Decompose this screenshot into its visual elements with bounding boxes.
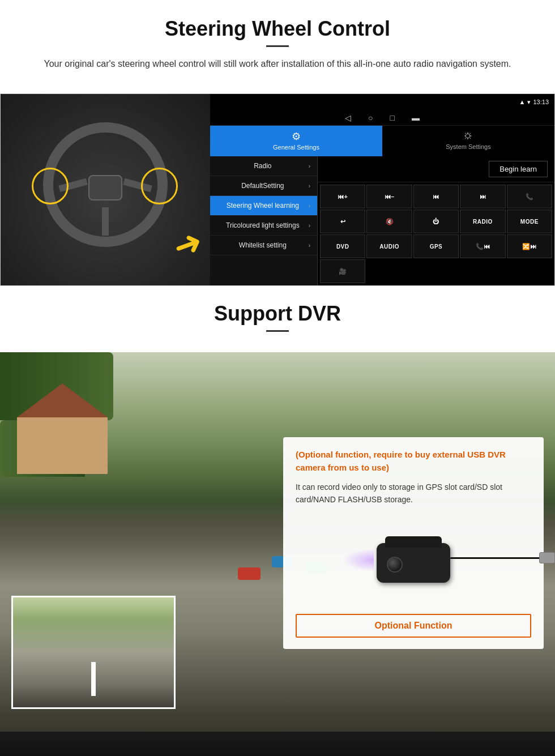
sw-highlight-left bbox=[32, 168, 69, 204]
dvr-optional-text: (Optional function, require to buy exter… bbox=[296, 449, 531, 474]
settings-tabs: ⚙ General Settings ⛭ System Settings bbox=[210, 126, 554, 156]
menu-item-radio[interactable]: Radio › bbox=[210, 156, 317, 176]
settings-right-panel: Begin learn ⏮+ ⏮– ⏮ ⏭ 📞 ↩ 🔇 ⏻ R bbox=[318, 156, 554, 285]
dvr-section: Support DVR bbox=[0, 286, 555, 756]
ctrl-vol-minus[interactable]: ⏮– bbox=[366, 185, 412, 208]
steering-subtitle: Your original car's steering wheel contr… bbox=[34, 57, 521, 71]
dvr-light-beam bbox=[343, 549, 374, 571]
home-nav-icon[interactable]: ○ bbox=[368, 113, 373, 122]
menu-nav-icon[interactable]: ▬ bbox=[412, 113, 420, 122]
nav-bar: ◁ ○ □ ▬ bbox=[210, 110, 554, 126]
sw-spoke-bottom bbox=[102, 207, 109, 236]
steering-ui-container: ➜ ▲ ▾ 13:13 ◁ ○ □ ▬ ⚙ bbox=[0, 93, 555, 286]
tab-general-settings[interactable]: ⚙ General Settings bbox=[210, 126, 382, 156]
chevron-right-icon: › bbox=[309, 203, 310, 209]
ctrl-mode[interactable]: MODE bbox=[507, 210, 552, 233]
square-nav-icon[interactable]: □ bbox=[390, 113, 395, 122]
road-car-1 bbox=[238, 567, 261, 580]
dashboard-bottom bbox=[0, 732, 555, 756]
ctrl-radio[interactable]: RADIO bbox=[460, 210, 505, 233]
house-body bbox=[17, 417, 108, 474]
dvr-inset-road bbox=[13, 597, 174, 707]
ctrl-phone[interactable]: 📞 bbox=[507, 185, 552, 208]
tab-general-label: General Settings bbox=[273, 144, 319, 151]
chevron-right-icon: › bbox=[309, 183, 310, 189]
system-icon: ⛭ bbox=[463, 130, 473, 142]
gear-icon: ⚙ bbox=[292, 130, 301, 143]
chevron-right-icon: › bbox=[309, 242, 310, 249]
settings-menu: Radio › DefaultSetting › Steering Wheel … bbox=[210, 156, 318, 285]
optional-function-button[interactable]: Optional Function bbox=[296, 614, 531, 638]
status-time: 13:13 bbox=[533, 99, 549, 105]
sw-highlight-right bbox=[141, 168, 178, 204]
ctrl-dvd[interactable]: DVD bbox=[320, 234, 365, 258]
ctrl-gps[interactable]: GPS bbox=[413, 234, 459, 258]
menu-item-tricoloured[interactable]: Tricoloured light settings › bbox=[210, 216, 317, 236]
tab-system-label: System Settings bbox=[446, 143, 490, 150]
begin-learn-row: Begin learn bbox=[318, 156, 554, 182]
steering-title: Steering Wheel Control bbox=[23, 17, 532, 41]
ctrl-power[interactable]: ⏻ bbox=[413, 210, 459, 233]
ctrl-prev-track[interactable]: ⏮ bbox=[413, 185, 459, 208]
ctrl-audio[interactable]: AUDIO bbox=[366, 234, 412, 258]
menu-item-steering-wheel[interactable]: Steering Wheel learning › bbox=[210, 196, 317, 216]
wifi-icon: ▾ bbox=[527, 99, 531, 106]
dvr-title-divider bbox=[266, 330, 289, 332]
signal-icon: ▲ bbox=[519, 99, 526, 105]
dvr-title: Support DVR bbox=[0, 302, 555, 326]
control-buttons-grid: ⏮+ ⏮– ⏮ ⏭ 📞 ↩ 🔇 ⏻ RADIO MODE DVD AUDIO bbox=[318, 182, 554, 285]
dvr-camera-lens bbox=[387, 557, 403, 573]
steering-wheel-photo: ➜ bbox=[1, 94, 210, 286]
dvr-main-area: (Optional function, require to buy exter… bbox=[0, 352, 555, 756]
begin-learn-button[interactable]: Begin learn bbox=[489, 161, 548, 177]
back-nav-icon[interactable]: ◁ bbox=[345, 113, 351, 122]
dvr-info-card: (Optional function, require to buy exter… bbox=[283, 437, 544, 649]
settings-content: Radio › DefaultSetting › Steering Wheel … bbox=[210, 156, 554, 285]
dvr-camera-body bbox=[377, 543, 450, 583]
steering-wheel-bg: ➜ bbox=[1, 94, 210, 286]
ctrl-next-track[interactable]: ⏭ bbox=[460, 185, 505, 208]
sw-center bbox=[88, 175, 122, 200]
steering-section: Steering Wheel Control Your original car… bbox=[0, 0, 555, 286]
ctrl-camera[interactable]: 🎥 bbox=[320, 259, 365, 283]
dvr-camera-top bbox=[385, 536, 442, 548]
ctrl-vol-plus[interactable]: ⏮+ bbox=[320, 185, 365, 208]
menu-item-whitelist[interactable]: Whitelist setting › bbox=[210, 236, 317, 255]
dvr-cable bbox=[450, 557, 541, 559]
dvr-camera-image bbox=[296, 515, 531, 605]
android-panel: ▲ ▾ 13:13 ◁ ○ □ ▬ ⚙ General Settings ⛭ bbox=[210, 94, 554, 285]
menu-item-default-setting[interactable]: DefaultSetting › bbox=[210, 176, 317, 196]
ctrl-mute[interactable]: 🔇 bbox=[366, 210, 412, 233]
yellow-arrow-icon: ➜ bbox=[168, 221, 208, 268]
ctrl-phone-prev[interactable]: 📞⏮ bbox=[460, 234, 505, 258]
dvr-description: It can record video only to storage in G… bbox=[296, 481, 531, 506]
inset-road-line bbox=[91, 662, 96, 696]
ctrl-hangup[interactable]: ↩ bbox=[320, 210, 365, 233]
title-divider bbox=[266, 45, 289, 47]
house-left bbox=[17, 383, 108, 474]
status-icons: ▲ ▾ 13:13 bbox=[519, 99, 549, 106]
dvr-usb-connector bbox=[539, 552, 555, 563]
tab-system-settings[interactable]: ⛭ System Settings bbox=[382, 126, 554, 156]
chevron-right-icon: › bbox=[309, 223, 310, 229]
chevron-right-icon: › bbox=[309, 163, 310, 169]
status-bar: ▲ ▾ 13:13 bbox=[210, 94, 554, 110]
ctrl-shuffle-next[interactable]: 🔀⏭ bbox=[507, 234, 552, 258]
house-roof bbox=[17, 383, 108, 417]
dvr-inset-thumbnail bbox=[11, 596, 176, 709]
